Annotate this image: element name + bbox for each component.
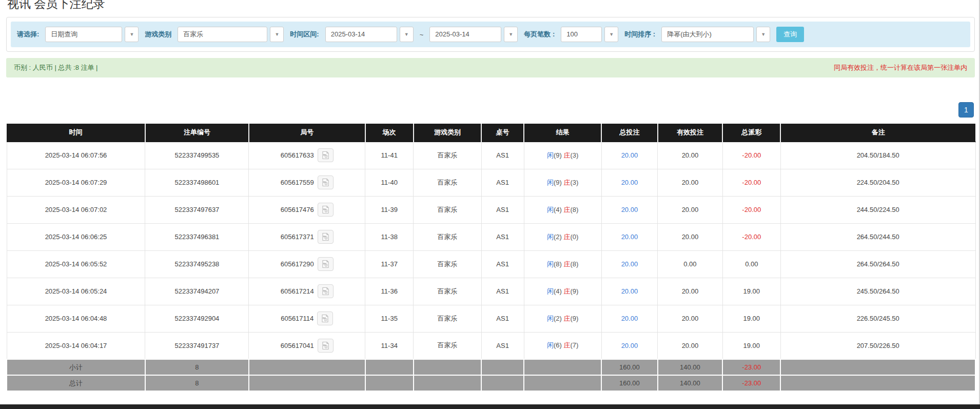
date-to-input[interactable]: 2025-03-14 <box>429 27 501 42</box>
cell-round: 605617290 <box>249 250 365 278</box>
cell-remark: 244.50/224.50 <box>780 196 975 223</box>
result-points: (4) <box>554 206 564 213</box>
video-replay-button[interactable] <box>318 284 334 298</box>
query-type-label: 请选择: <box>17 30 39 39</box>
round-id: 605617114 <box>281 315 313 322</box>
cell-table-no: AS1 <box>481 250 524 278</box>
video-replay-button[interactable] <box>318 148 334 162</box>
cell-game-type: 百家乐 <box>414 196 481 223</box>
cell-payout: -20.00 <box>722 196 780 223</box>
cell-session: 11-39 <box>365 196 414 223</box>
filter-panel: 请选择: 日期查询 ▼ 游戏类别 百家乐 ▼ 时间区间: 2025-03-14 … <box>6 17 975 52</box>
page-size-dropdown-button[interactable]: ▼ <box>604 27 618 42</box>
round-id: 605617476 <box>281 206 314 213</box>
table-row: 2025-03-14 06:07:56522337499535605617633… <box>7 142 975 169</box>
date-from-combo: 2025-03-14 ▼ <box>325 27 414 42</box>
banker-result: 庄 <box>563 260 570 268</box>
total-bet-link[interactable]: 20.00 <box>621 179 638 186</box>
cell-session: 11-38 <box>365 223 414 250</box>
total-bet-link[interactable]: 20.00 <box>621 151 638 159</box>
video-replay-button[interactable] <box>318 230 334 244</box>
cell-total-bet: 20.00 <box>601 305 658 332</box>
chevron-down-icon: ▼ <box>508 32 513 37</box>
total-bet-link[interactable]: 20.00 <box>621 233 638 241</box>
cell-total-bet: 20.00 <box>601 142 658 169</box>
total-bet-link[interactable]: 20.00 <box>621 206 638 213</box>
cell-table-no: AS1 <box>481 169 524 196</box>
query-type-dropdown-button[interactable]: ▼ <box>125 27 139 42</box>
total-bet-link[interactable]: 20.00 <box>621 260 638 268</box>
summary-result <box>524 375 601 391</box>
result-points: (8) <box>570 260 578 268</box>
filter-bar: 请选择: 日期查询 ▼ 游戏类别 百家乐 ▼ 时间区间: 2025-03-14 … <box>11 22 970 47</box>
summary-round <box>249 375 365 391</box>
query-type-select[interactable]: 日期查询 <box>45 27 122 42</box>
video-replay-button[interactable] <box>317 311 333 325</box>
page-size-label: 每页笔数 : <box>524 30 555 39</box>
cell-valid-bet: 20.00 <box>658 142 722 169</box>
player-result: 闲 <box>547 179 554 186</box>
date-from-input[interactable]: 2025-03-14 <box>325 27 397 42</box>
cell-payout: 0.00 <box>722 250 780 278</box>
page-size-select[interactable]: 100 <box>561 27 602 42</box>
summary-payout: -23.00 <box>722 359 780 375</box>
cell-game-type: 百家乐 <box>414 223 481 250</box>
cell-result: 闲(9) 庄(3) <box>524 169 601 196</box>
banker-result: 庄 <box>563 206 570 213</box>
summary-count: 8 <box>145 375 249 391</box>
cell-remark: 207.50/226.50 <box>780 332 975 359</box>
video-replay-button[interactable] <box>318 339 334 353</box>
video-file-icon <box>321 314 329 323</box>
cell-table-no: AS1 <box>481 196 524 223</box>
cell-table-no: AS1 <box>481 223 524 250</box>
round-id: 605617290 <box>281 260 314 268</box>
video-replay-button[interactable] <box>318 203 334 217</box>
cell-round: 605617041 <box>249 332 365 359</box>
cell-result: 闲(9) 庄(3) <box>524 142 601 169</box>
column-header: 游戏类别 <box>414 124 481 142</box>
chevron-down-icon: ▼ <box>404 32 409 37</box>
summary-table <box>481 359 524 375</box>
summary-info-bar: 币别 : 人民币 | 总共 :8 注单 | 同局有效投注，统一计算在该局第一张注… <box>6 58 975 77</box>
player-result: 闲 <box>547 206 554 213</box>
summary-payout: -23.00 <box>722 375 780 391</box>
cell-game-type: 百家乐 <box>414 169 481 196</box>
cell-bet-id: 522337494207 <box>145 278 249 305</box>
game-type-select[interactable]: 百家乐 <box>178 27 267 42</box>
cell-total-bet: 20.00 <box>601 278 658 305</box>
search-button[interactable]: 查询 <box>776 27 804 42</box>
page-size-combo: 100 ▼ <box>561 27 618 42</box>
cell-round: 605617476 <box>249 196 365 223</box>
video-replay-button[interactable] <box>318 176 334 189</box>
summary-remark <box>780 375 975 391</box>
cell-table-no: AS1 <box>481 332 524 359</box>
total-bet-link[interactable]: 20.00 <box>621 287 638 295</box>
cell-time: 2025-03-14 06:04:48 <box>7 305 145 332</box>
cell-session: 11-40 <box>365 169 414 196</box>
cell-table-no: AS1 <box>481 305 524 332</box>
table-row: 2025-03-14 06:07:29522337498601605617559… <box>7 169 975 196</box>
chevron-down-icon: ▼ <box>275 32 279 37</box>
cell-valid-bet: 20.00 <box>658 305 722 332</box>
result-points: (9) <box>570 287 578 295</box>
player-result: 闲 <box>547 233 554 241</box>
date-to-dropdown-button[interactable]: ▼ <box>504 27 518 42</box>
total-bet-link[interactable]: 20.00 <box>621 315 638 322</box>
summary-valid-bet: 140.00 <box>658 359 722 375</box>
page-1-button[interactable]: 1 <box>958 102 974 118</box>
cell-time: 2025-03-14 06:04:17 <box>7 332 145 359</box>
result-points: (2) <box>554 233 564 241</box>
game-type-dropdown-button[interactable]: ▼ <box>270 27 284 42</box>
total-bet-link[interactable]: 20.00 <box>621 342 638 349</box>
cell-time: 2025-03-14 06:07:02 <box>7 196 145 223</box>
date-from-dropdown-button[interactable]: ▼ <box>400 27 414 42</box>
cell-game-type: 百家乐 <box>414 142 481 169</box>
player-result: 闲 <box>547 315 554 322</box>
video-replay-button[interactable] <box>318 257 334 271</box>
column-header: 总派彩 <box>722 124 780 142</box>
sort-order-label: 时间排序 : <box>624 30 655 39</box>
sort-order-combo: 降幂(由大到小) ▼ <box>661 27 770 42</box>
bottom-window-edge <box>0 404 980 409</box>
sort-order-dropdown-button[interactable]: ▼ <box>756 27 770 42</box>
sort-order-select[interactable]: 降幂(由大到小) <box>661 27 754 42</box>
